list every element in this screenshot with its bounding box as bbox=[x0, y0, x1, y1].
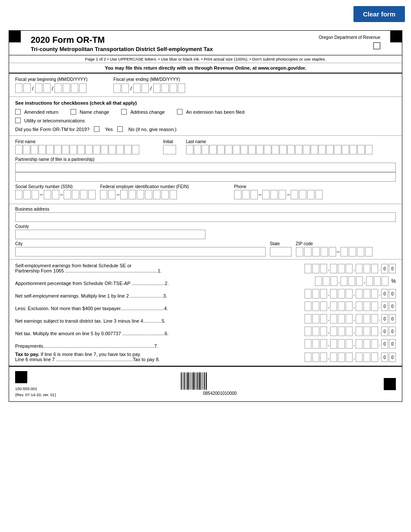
l5-b7[interactable] bbox=[356, 314, 363, 324]
l4-b6[interactable] bbox=[346, 301, 353, 311]
l4-b4[interactable] bbox=[330, 301, 337, 311]
l6-b8[interactable] bbox=[363, 327, 370, 336]
ssn-b9[interactable] bbox=[88, 190, 96, 199]
year1-box2[interactable] bbox=[63, 83, 70, 93]
l3-b3[interactable] bbox=[320, 289, 327, 298]
fname-b14[interactable] bbox=[116, 145, 124, 154]
lname-b13[interactable] bbox=[279, 145, 287, 154]
extension-checkbox[interactable] bbox=[177, 109, 183, 115]
county-field[interactable] bbox=[15, 230, 206, 239]
l3-b2[interactable] bbox=[312, 289, 319, 298]
fname-b12[interactable] bbox=[101, 145, 108, 154]
l3-b5[interactable] bbox=[338, 289, 345, 298]
lname-b3[interactable] bbox=[202, 145, 209, 154]
year2-box1[interactable] bbox=[153, 83, 161, 93]
fein-b2[interactable] bbox=[108, 190, 116, 199]
fein-b8[interactable] bbox=[161, 190, 169, 199]
l7-b8[interactable] bbox=[363, 339, 370, 349]
business-address-field[interactable] bbox=[15, 212, 396, 222]
l5-b8[interactable] bbox=[363, 314, 370, 324]
initial-box[interactable] bbox=[163, 145, 176, 154]
l6-cent2[interactable]: 0 bbox=[389, 327, 396, 336]
fname-b8[interactable] bbox=[70, 145, 77, 154]
lname-b1[interactable] bbox=[186, 145, 193, 154]
state-field[interactable] bbox=[270, 247, 292, 256]
l7-b5[interactable] bbox=[338, 339, 345, 349]
ssn-b3[interactable] bbox=[32, 190, 39, 199]
l6-b6[interactable] bbox=[346, 327, 353, 336]
l2-b6[interactable] bbox=[356, 276, 363, 286]
phone-b2[interactable] bbox=[242, 190, 250, 199]
lname-b12[interactable] bbox=[272, 145, 279, 154]
lname-b20[interactable] bbox=[334, 145, 341, 154]
fein-b3[interactable] bbox=[120, 190, 128, 199]
fein-b5[interactable] bbox=[137, 190, 144, 199]
l5-cent2[interactable]: 0 bbox=[389, 314, 396, 324]
fname-b2[interactable] bbox=[23, 145, 30, 154]
l8-b7[interactable] bbox=[356, 353, 363, 362]
l7-b2[interactable] bbox=[312, 339, 319, 349]
l6-b3[interactable] bbox=[320, 327, 327, 336]
l7-b9[interactable] bbox=[371, 339, 378, 349]
lname-b6[interactable] bbox=[225, 145, 232, 154]
fname-b9[interactable] bbox=[77, 145, 85, 154]
l2-b5[interactable] bbox=[348, 276, 355, 286]
zip-b3[interactable] bbox=[312, 247, 320, 256]
ssn-b2[interactable] bbox=[23, 190, 31, 199]
zip-b5[interactable] bbox=[329, 247, 336, 256]
lname-b14[interactable] bbox=[287, 145, 295, 154]
phone-b1[interactable] bbox=[234, 190, 241, 199]
l4-b3[interactable] bbox=[320, 301, 327, 311]
fname-b16[interactable] bbox=[132, 145, 139, 154]
phone-b5[interactable] bbox=[270, 190, 278, 199]
amended-checkbox[interactable] bbox=[15, 109, 21, 115]
l5-b3[interactable] bbox=[320, 314, 327, 324]
l5-b4[interactable] bbox=[330, 314, 337, 324]
phone-b7[interactable] bbox=[291, 190, 298, 199]
fein-b4[interactable] bbox=[128, 190, 136, 199]
l5-cent1[interactable]: 0 bbox=[381, 314, 388, 324]
l4-cent1[interactable]: 0 bbox=[381, 301, 388, 311]
lname-b17[interactable] bbox=[311, 145, 318, 154]
clear-form-button[interactable]: Clear form bbox=[353, 6, 405, 22]
lname-b18[interactable] bbox=[318, 145, 326, 154]
lname-b4[interactable] bbox=[209, 145, 217, 154]
day2-box1[interactable] bbox=[133, 83, 141, 93]
l4-b7[interactable] bbox=[356, 301, 363, 311]
l8-cent2[interactable]: 0 bbox=[389, 353, 396, 362]
utility-checkbox[interactable] bbox=[15, 118, 21, 123]
l4-b5[interactable] bbox=[338, 301, 345, 311]
lname-b8[interactable] bbox=[241, 145, 248, 154]
month2-box1[interactable] bbox=[113, 83, 121, 93]
day1-box2[interactable] bbox=[43, 83, 51, 93]
namechange-checkbox[interactable] bbox=[71, 109, 76, 115]
l3-b7[interactable] bbox=[356, 289, 363, 298]
fein-b6[interactable] bbox=[145, 190, 152, 199]
l6-cent1[interactable]: 0 bbox=[381, 327, 388, 336]
ssn-b1[interactable] bbox=[15, 190, 22, 199]
l3-cent1[interactable]: 0 bbox=[381, 289, 388, 298]
fname-b15[interactable] bbox=[124, 145, 132, 154]
l1-b1[interactable] bbox=[305, 264, 311, 273]
month1-box2[interactable] bbox=[23, 83, 31, 93]
lname-b7[interactable] bbox=[233, 145, 240, 154]
l2-b9[interactable] bbox=[382, 276, 389, 286]
day1-box1[interactable] bbox=[35, 83, 42, 93]
ssn-b4[interactable] bbox=[44, 190, 51, 199]
l4-b9[interactable] bbox=[371, 301, 378, 311]
l8-b1[interactable] bbox=[305, 353, 311, 362]
l3-b6[interactable] bbox=[346, 289, 353, 298]
l5-b9[interactable] bbox=[371, 314, 378, 324]
l4-b1[interactable] bbox=[305, 301, 311, 311]
l1-b4[interactable] bbox=[330, 264, 337, 273]
l7-b7[interactable] bbox=[356, 339, 363, 349]
l8-b5[interactable] bbox=[338, 353, 345, 362]
l6-b1[interactable] bbox=[305, 327, 311, 336]
fname-b10[interactable] bbox=[85, 145, 93, 154]
lname-b15[interactable] bbox=[295, 145, 302, 154]
fname-b3[interactable] bbox=[31, 145, 38, 154]
lname-b2[interactable] bbox=[194, 145, 201, 154]
fname-b1[interactable] bbox=[15, 145, 22, 154]
lname-b21[interactable] bbox=[342, 145, 349, 154]
l1-b2[interactable] bbox=[312, 264, 319, 273]
